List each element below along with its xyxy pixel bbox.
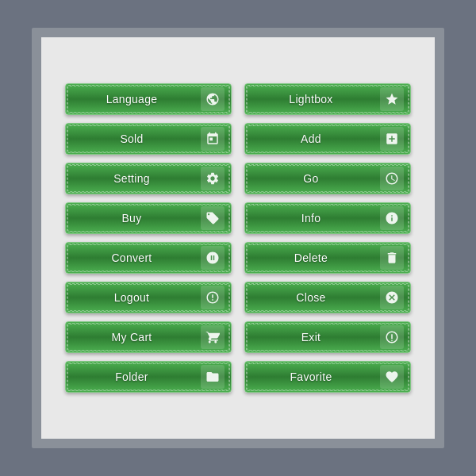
button-label-buy: Buy bbox=[66, 212, 198, 225]
button-label-sold: Sold bbox=[66, 132, 198, 145]
button-label-mycart: My Cart bbox=[66, 331, 198, 344]
button-icon-setting bbox=[201, 167, 225, 190]
button-language[interactable]: Language bbox=[65, 83, 232, 115]
button-label-exit: Exit bbox=[245, 331, 377, 344]
button-label-convert: Convert bbox=[66, 251, 198, 264]
button-label-info: Info bbox=[245, 212, 377, 225]
button-icon-folder bbox=[201, 365, 225, 389]
button-info[interactable]: Info bbox=[244, 202, 411, 234]
button-label-setting: Setting bbox=[66, 172, 198, 185]
button-folder[interactable]: Folder bbox=[65, 361, 232, 393]
button-icon-favorite bbox=[380, 365, 404, 389]
button-label-language: Language bbox=[66, 93, 198, 106]
button-icon-close bbox=[380, 286, 404, 309]
button-icon-star bbox=[380, 87, 404, 111]
button-icon-buy bbox=[201, 206, 225, 230]
button-label-favorite: Favorite bbox=[245, 370, 377, 383]
button-buy[interactable]: Buy bbox=[65, 202, 232, 234]
button-label-close: Close bbox=[245, 291, 377, 304]
button-icon-mycart bbox=[201, 325, 225, 349]
button-label-go: Go bbox=[245, 172, 377, 185]
button-icon-info bbox=[380, 206, 404, 230]
button-convert[interactable]: Convert bbox=[65, 242, 232, 274]
button-close[interactable]: Close bbox=[244, 282, 411, 313]
button-icon-add bbox=[380, 127, 404, 151]
button-label-folder: Folder bbox=[66, 370, 198, 383]
button-go[interactable]: Go bbox=[244, 163, 411, 194]
button-label-logout: Logout bbox=[66, 291, 198, 304]
button-icon-sold bbox=[201, 127, 225, 151]
button-icon-globe bbox=[201, 87, 225, 111]
button-lightbox[interactable]: Lightbox bbox=[244, 83, 411, 115]
button-delete[interactable]: Delete bbox=[244, 242, 411, 274]
button-mycart[interactable]: My Cart bbox=[65, 321, 232, 353]
button-logout[interactable]: Logout bbox=[65, 282, 232, 313]
button-add[interactable]: Add bbox=[244, 123, 411, 155]
button-label-lightbox: Lightbox bbox=[245, 93, 377, 106]
inner-frame: Language Lightbox Sold Add Setting bbox=[41, 37, 435, 439]
button-exit[interactable]: Exit bbox=[244, 321, 411, 353]
button-favorite[interactable]: Favorite bbox=[244, 361, 411, 393]
button-icon-delete bbox=[380, 246, 404, 270]
button-setting[interactable]: Setting bbox=[65, 163, 232, 194]
button-icon-logout bbox=[201, 286, 225, 309]
button-sold[interactable]: Sold bbox=[65, 123, 232, 155]
outer-frame: Language Lightbox Sold Add Setting bbox=[32, 28, 444, 448]
button-icon-exit bbox=[380, 325, 404, 349]
button-label-delete: Delete bbox=[245, 251, 377, 264]
button-label-add: Add bbox=[245, 132, 377, 145]
button-icon-go bbox=[380, 167, 404, 190]
button-icon-convert bbox=[201, 246, 225, 270]
buttons-grid: Language Lightbox Sold Add Setting bbox=[65, 83, 411, 393]
